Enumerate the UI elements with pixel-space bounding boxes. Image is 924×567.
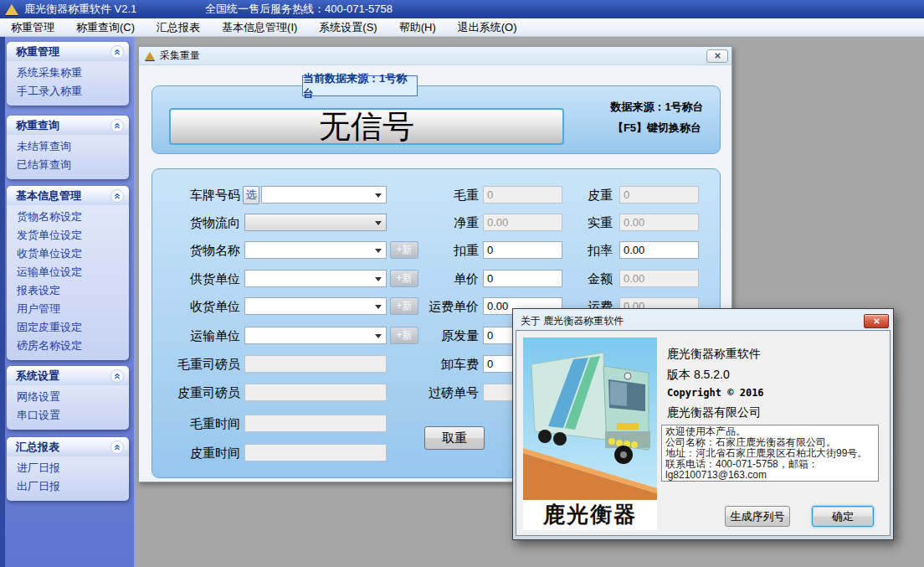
section-title: 称重查询 (16, 118, 59, 133)
take-weight-button[interactable]: 取重 (424, 426, 485, 450)
sidebar: 称重管理 系统采集称重 手工录入称重 称重查询 未结算查询 已结算查询 基本信息… (0, 37, 136, 567)
sidebar-section-basic-info: 基本信息管理 货物名称设定 发货单位设定 收货单位设定 运输单位设定 报表设定 … (7, 186, 129, 360)
sidebar-item-serial-settings[interactable]: 串口设置 (7, 406, 129, 425)
window-close-icon[interactable] (706, 49, 728, 63)
goods-label: 货物名称 (152, 241, 240, 260)
app-logo-icon (5, 4, 18, 15)
tare-time-label: 皮重时间 (152, 444, 240, 462)
section-header[interactable]: 称重管理 (7, 42, 129, 61)
section-header[interactable]: 称重查询 (7, 116, 129, 135)
sidebar-section-weigh-manage: 称重管理 系统采集称重 手工录入称重 (7, 42, 129, 106)
dialog-title-bar: 关于 鹿光衡器称重软件 (516, 312, 891, 330)
tare-operator-label: 皮重司磅员 (152, 384, 240, 402)
menu-weigh-query[interactable]: 称重查询(C) (65, 18, 146, 36)
gross-time-label: 毛重时间 (152, 415, 240, 433)
deduct-rate-input[interactable] (619, 241, 699, 259)
sidebar-item-receiver-setting[interactable]: 收货单位设定 (7, 245, 129, 263)
sidebar-item-manual-entry-weigh[interactable]: 手工录入称重 (7, 82, 129, 101)
deduct-weight-label: 扣重 (345, 241, 479, 260)
sidebar-section-summary-report: 汇总报表 进厂日报 出厂日报 (7, 437, 129, 501)
receiver-label: 收货单位 (152, 297, 240, 316)
source-line2: 【F5】键切换称台 (594, 117, 720, 138)
section-body: 未结算查询 已结算查询 (7, 135, 129, 179)
section-body: 进厂日报 出厂日报 (7, 456, 129, 501)
unload-fee-label: 卸车费 (345, 355, 479, 374)
data-source-banner: 当前数据来源：1号称台 (302, 75, 418, 96)
weight-display: 无信号 (169, 108, 564, 145)
window-title: 采集重量 (160, 49, 200, 63)
sidebar-item-shipper-setting[interactable]: 发货单位设定 (7, 226, 129, 245)
app-title: 鹿光衡器称重软件 V2.1 (24, 2, 136, 17)
sidebar-item-network-settings[interactable]: 网络设置 (7, 388, 129, 406)
sidebar-item-settled-query[interactable]: 已结算查询 (7, 156, 129, 174)
generate-serial-button[interactable]: 生成序列号 (725, 506, 790, 527)
ok-button[interactable]: 确定 (812, 506, 874, 527)
menu-weigh-manage[interactable]: 称重管理 (0, 18, 65, 36)
section-header[interactable]: 系统设置 (7, 366, 129, 385)
section-body: 系统采集称重 手工录入称重 (7, 61, 129, 106)
section-title: 基本信息管理 (16, 188, 81, 204)
menu-basic-info[interactable]: 基本信息管理(I) (211, 18, 308, 36)
truck-caption: 鹿光衡器 (523, 500, 657, 530)
about-dialog: 关于 鹿光衡器称重软件 (512, 308, 894, 540)
section-title: 系统设置 (16, 369, 59, 384)
sidebar-item-fixed-tare-setting[interactable]: 固定皮重设定 (7, 318, 129, 337)
sidebar-item-inbound-daily[interactable]: 进厂日报 (7, 459, 129, 477)
menu-help[interactable]: 帮助(H) (388, 18, 447, 36)
transport-label: 运输单位 (152, 327, 240, 345)
section-title: 汇总报表 (16, 440, 59, 455)
collapse-chevron-icon[interactable] (110, 441, 124, 454)
dialog-body: 鹿光衡器 鹿光衡器称重软件 版本 8.5.2.0 Copyright © 201… (516, 330, 891, 536)
dialog-close-icon[interactable] (864, 314, 889, 328)
section-title: 称重管理 (16, 44, 59, 59)
plate-label: 车牌号码 (152, 186, 240, 204)
source-line1: 数据来源：1号称台 (594, 96, 720, 117)
sidebar-item-report-setting[interactable]: 报表设定 (7, 281, 129, 300)
collapse-chevron-icon[interactable] (110, 119, 124, 132)
signal-panel: 无信号 数据来源：1号称台 【F5】键切换称台 (151, 85, 721, 154)
gross-time-field (244, 415, 387, 432)
plate-select-button[interactable]: 选 (243, 186, 259, 204)
amount-field (619, 270, 699, 287)
section-header[interactable]: 基本信息管理 (7, 186, 129, 205)
sidebar-item-system-capture-weigh[interactable]: 系统采集称重 (7, 64, 129, 82)
collapse-chevron-icon[interactable] (110, 45, 124, 59)
gross-weight-label: 毛重 (345, 186, 479, 204)
company-name: 鹿光衡器有限公司 (667, 405, 761, 420)
net-weight-label: 净重 (345, 214, 479, 232)
ticket-no-label: 过磅单号 (345, 384, 479, 402)
sidebar-item-transport-setting[interactable]: 运输单位设定 (7, 263, 129, 281)
sidebar-item-scale-house-setting[interactable]: 磅房名称设定 (7, 337, 129, 355)
section-body: 货物名称设定 发货单位设定 收货单位设定 运输单位设定 报表设定 用户管理 固定… (7, 205, 129, 360)
sidebar-item-goods-name-setting[interactable]: 货物名称设定 (7, 208, 129, 226)
sidebar-section-weigh-query: 称重查询 未结算查询 已结算查询 (7, 116, 129, 179)
sidebar-item-unsettled-query[interactable]: 未结算查询 (7, 137, 129, 156)
menu-exit[interactable]: 退出系统(O) (447, 18, 528, 36)
tare-weight-field (619, 186, 699, 204)
app-title-bar: 鹿光衡器称重软件 V2.1 全国统一售后服务热线：400-071-5758 (0, 0, 924, 18)
source-info: 数据来源：1号称台 【F5】键切换称台 (594, 96, 720, 138)
menu-system-settings[interactable]: 系统设置(S) (308, 18, 388, 36)
tare-weight-label: 皮重 (537, 186, 613, 204)
sidebar-item-user-manage[interactable]: 用户管理 (7, 300, 129, 318)
service-hotline: 全国统一售后服务热线：400-071-5758 (205, 0, 393, 18)
amount-label: 金额 (537, 270, 613, 288)
copyright-text: Copyright © 2016 (667, 387, 764, 399)
menu-bar: 称重管理 称重查询(C) 汇总报表 基本信息管理(I) 系统设置(S) 帮助(H… (0, 18, 924, 37)
section-header[interactable]: 汇总报表 (7, 437, 129, 456)
window-icon (145, 52, 155, 60)
deduct-rate-label: 扣率 (537, 241, 613, 260)
section-body: 网络设置 串口设置 (7, 385, 129, 430)
dialog-title: 关于 鹿光衡器称重软件 (521, 314, 624, 328)
product-name: 鹿光衡器称重软件 (667, 347, 761, 362)
truck-illustration (523, 338, 657, 500)
collapse-chevron-icon[interactable] (110, 189, 124, 203)
collapse-chevron-icon[interactable] (110, 369, 124, 383)
menu-summary-report[interactable]: 汇总报表 (146, 18, 211, 36)
freight-price-label: 运费单价 (345, 297, 479, 316)
window-title-bar: 采集重量 (139, 47, 732, 65)
supplier-label: 供货单位 (152, 270, 240, 288)
sidebar-section-system-settings: 系统设置 网络设置 串口设置 (7, 366, 129, 430)
unit-price-label: 单价 (345, 270, 479, 288)
sidebar-item-outbound-daily[interactable]: 出厂日报 (7, 477, 129, 496)
